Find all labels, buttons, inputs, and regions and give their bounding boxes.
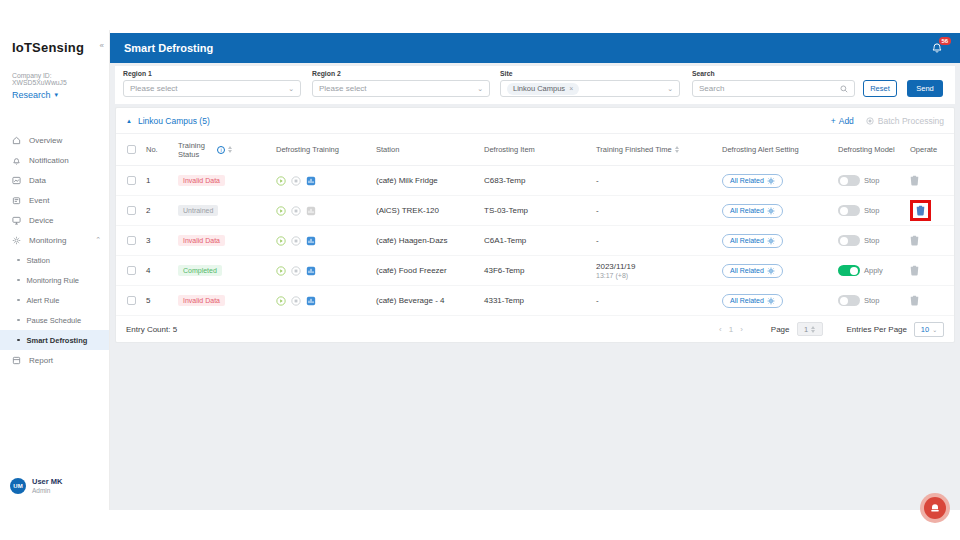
stop-training-icon[interactable] bbox=[291, 176, 301, 186]
model-toggle[interactable] bbox=[838, 175, 860, 186]
search-input[interactable]: Search bbox=[692, 80, 855, 97]
model-toggle[interactable] bbox=[838, 235, 860, 246]
add-button[interactable]: +Add bbox=[831, 116, 854, 126]
start-training-icon[interactable] bbox=[276, 176, 286, 186]
entries-per-page-select[interactable]: 10 ⌄ bbox=[914, 322, 944, 337]
bullet-icon bbox=[17, 319, 20, 322]
start-training-icon[interactable] bbox=[276, 206, 286, 216]
delete-button[interactable] bbox=[910, 265, 919, 276]
search-label: Search bbox=[692, 70, 855, 77]
remove-tag-icon[interactable]: × bbox=[569, 85, 573, 92]
row-checkbox[interactable] bbox=[127, 176, 136, 185]
stop-training-icon[interactable] bbox=[291, 296, 301, 306]
sidebar-item-smart-defrosting[interactable]: Smart Defrosting bbox=[0, 330, 109, 350]
page-input[interactable]: 1 bbox=[797, 322, 823, 336]
site-select[interactable]: Linkou Campus × ⌄ bbox=[500, 80, 680, 97]
start-training-icon[interactable] bbox=[276, 236, 286, 246]
sort-icon[interactable] bbox=[675, 146, 679, 153]
stop-training-icon[interactable] bbox=[291, 236, 301, 246]
region2-select[interactable]: Please select ⌄ bbox=[312, 80, 490, 97]
sidebar-item-event[interactable]: Event bbox=[0, 190, 109, 210]
table-row: 2 Untrained (AiCS) TREK-120 TS-03-Temp -… bbox=[116, 196, 954, 226]
avatar: UM bbox=[10, 478, 26, 494]
gear-icon bbox=[12, 236, 21, 245]
chevron-down-icon: ▾ bbox=[55, 91, 59, 99]
page-number[interactable]: 1 bbox=[729, 325, 733, 334]
batch-processing-button[interactable]: Batch Processing bbox=[866, 116, 944, 126]
all-related-button[interactable]: All Related bbox=[722, 294, 783, 308]
trash-icon bbox=[916, 205, 925, 216]
reset-button[interactable]: Reset bbox=[863, 80, 897, 97]
all-related-button[interactable]: All Related bbox=[722, 204, 783, 218]
trash-icon bbox=[910, 235, 919, 246]
sidebar-item-monitoring[interactable]: Monitoring ⌃ bbox=[0, 230, 109, 250]
next-page-button[interactable]: › bbox=[740, 325, 743, 334]
delete-button[interactable] bbox=[910, 175, 919, 186]
sidebar-item-alert-rule[interactable]: Alert Rule bbox=[0, 290, 109, 310]
sort-icon[interactable] bbox=[228, 146, 232, 153]
sidebar-item-overview[interactable]: Overview bbox=[0, 130, 109, 150]
row-checkbox[interactable] bbox=[127, 266, 136, 275]
notification-bell-button[interactable]: 56 bbox=[930, 40, 946, 56]
delete-button[interactable] bbox=[910, 235, 919, 246]
training-report-icon[interactable] bbox=[306, 266, 316, 276]
region1-select[interactable]: Please select ⌄ bbox=[123, 80, 301, 97]
all-related-button[interactable]: All Related bbox=[722, 264, 783, 278]
gear-icon bbox=[767, 297, 775, 305]
defrosting-training-actions bbox=[276, 236, 376, 246]
finished-time-cell: - bbox=[596, 176, 722, 185]
sidebar-item-pause-schedule[interactable]: Pause Schedule bbox=[0, 310, 109, 330]
stepper-icon[interactable] bbox=[811, 326, 815, 333]
alert-fab-button[interactable] bbox=[920, 493, 950, 523]
stop-training-icon[interactable] bbox=[291, 206, 301, 216]
bell-icon bbox=[12, 156, 21, 165]
search-icon bbox=[840, 85, 848, 93]
table-body: 1 Invalid Data (café) Milk Fridge C683-T… bbox=[116, 166, 954, 316]
sidebar-item-device[interactable]: Device bbox=[0, 210, 109, 230]
user-profile[interactable]: UM User MK Admin bbox=[10, 477, 62, 494]
row-number: 4 bbox=[146, 266, 178, 275]
all-related-button[interactable]: All Related bbox=[722, 174, 783, 188]
row-checkbox[interactable] bbox=[127, 206, 136, 215]
page-title: Smart Defrosting bbox=[124, 42, 213, 54]
user-role: Admin bbox=[32, 487, 62, 494]
all-related-button[interactable]: All Related bbox=[722, 234, 783, 248]
training-report-icon[interactable] bbox=[306, 206, 316, 216]
delete-button[interactable] bbox=[910, 295, 919, 306]
sidebar-item-station[interactable]: Station bbox=[0, 250, 109, 270]
info-icon[interactable]: i bbox=[217, 146, 225, 154]
sidebar-item-notification[interactable]: Notification bbox=[0, 150, 109, 170]
start-training-icon[interactable] bbox=[276, 296, 286, 306]
send-button[interactable]: Send bbox=[907, 80, 943, 97]
defrosting-table-card: ▲ Linkou Campus (5) +Add Batch Processin… bbox=[115, 107, 955, 343]
training-report-icon[interactable] bbox=[306, 296, 316, 306]
sidebar-item-label: Data bbox=[29, 176, 46, 185]
prev-page-button[interactable]: ‹ bbox=[719, 325, 722, 334]
model-toggle[interactable] bbox=[838, 205, 860, 216]
collapse-caret-icon[interactable]: ▲ bbox=[126, 118, 132, 124]
defrosting-training-actions bbox=[276, 176, 376, 186]
sidebar-collapse-icon[interactable]: « bbox=[100, 41, 104, 50]
top-bar: Smart Defrosting 56 bbox=[110, 33, 960, 63]
start-training-icon[interactable] bbox=[276, 266, 286, 276]
training-report-icon[interactable] bbox=[306, 236, 316, 246]
select-all-checkbox[interactable] bbox=[127, 145, 136, 154]
trash-icon bbox=[910, 295, 919, 306]
model-state-label: Stop bbox=[864, 206, 879, 215]
model-toggle[interactable] bbox=[838, 295, 860, 306]
sidebar-item-data[interactable]: Data bbox=[0, 170, 109, 190]
delete-button[interactable] bbox=[910, 200, 931, 221]
workspace-selector[interactable]: Research ▾ bbox=[0, 90, 109, 100]
row-checkbox[interactable] bbox=[127, 236, 136, 245]
sidebar-item-monitoring-rule[interactable]: Monitoring Rule bbox=[0, 270, 109, 290]
sidebar-subitem-label: Smart Defrosting bbox=[27, 336, 88, 345]
sidebar-item-report[interactable]: Report bbox=[0, 350, 109, 370]
row-number: 5 bbox=[146, 296, 178, 305]
model-toggle[interactable] bbox=[838, 265, 860, 276]
sidebar-item-label: Device bbox=[29, 216, 53, 225]
training-report-icon[interactable] bbox=[306, 176, 316, 186]
row-checkbox[interactable] bbox=[127, 296, 136, 305]
stop-training-icon[interactable] bbox=[291, 266, 301, 276]
bullet-icon bbox=[17, 259, 20, 262]
finished-time-cell: 2023/11/19 13:17 (+8) bbox=[596, 262, 722, 279]
